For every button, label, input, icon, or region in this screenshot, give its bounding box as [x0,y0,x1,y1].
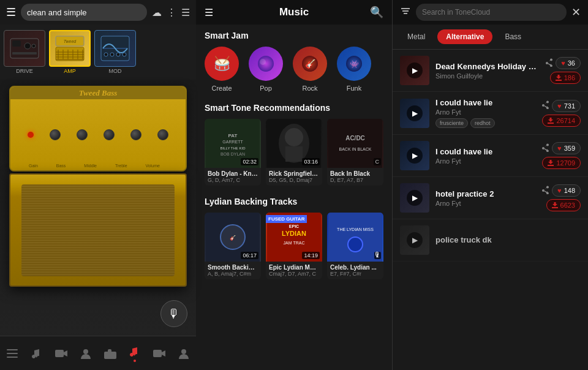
effect-item-amp[interactable]: Tweed AMP [48,30,92,74]
reco-card-rick[interactable]: 03:16 Rick Springfield - ... D5, G5, D, … [266,119,322,186]
like-button-could-have-lie-1[interactable]: ♥ 731 [552,100,581,112]
play-button-could-have-lie-2[interactable]: ▶ [407,148,423,164]
effect-item-drive[interactable]: DRIVE [2,30,47,74]
jam-label-funk: Funk [347,85,361,92]
nav-item-video2[interactable] [148,344,171,363]
right-search-input[interactable] [416,4,567,21]
nav-item-music-active[interactable] [123,342,146,364]
song-item-hotel-practice[interactable]: ▶ hotel practice 2 Arno Fyt ♥ 148 [393,177,588,219]
effect-thumb-amp: Tweed [49,30,91,67]
amp-knob-treble[interactable] [130,129,141,140]
reco-thumb-rick: 03:16 [266,119,322,168]
like-button-dead-kennedys[interactable]: ♥ 36 [556,57,581,69]
list-icon[interactable]: ☰ [181,7,190,18]
reco-info-rick: Rick Springfield - ... D5, G5, D, Dmaj7 [266,168,322,186]
filter-icon[interactable] [400,6,411,19]
like-count-dead-kennedys: 36 [568,59,575,67]
heart-icon-4: ♥ [557,187,562,194]
song-item-could-have-lie-1[interactable]: ▶ I could have lie Arno Fyt frusciente r… [393,92,588,135]
share-button-could-have-lie-2[interactable] [541,143,549,154]
jam-item-funk[interactable]: 👾 Funk [337,47,371,92]
heart-icon-2: ♥ [557,102,562,110]
like-button-could-have-lie-2[interactable]: ♥ 359 [552,142,581,154]
close-icon[interactable]: ✕ [571,6,581,19]
tag-redhot: redhot [470,118,495,128]
reco-card-bob-dylan[interactable]: PAT GARRETT BILLY THE KID BOB DYLAN 02:3… [205,119,261,186]
share-button-dead-kennedys[interactable] [545,58,553,69]
reco-info-acdc: Back In Black D, E7, A7, B7 [327,168,383,186]
reco-info-bob-dylan: Bob Dylan - Knoc... G, D, Am7, C [205,168,261,186]
effect-item-mod[interactable]: MOD [93,30,137,74]
download-button-could-have-lie-1[interactable]: 26714 [542,115,581,127]
reco-duration-bob-dylan: 02:32 [241,158,258,165]
song-item-police-truck[interactable]: ▶ police truck dk [393,219,588,262]
svg-point-22 [116,53,120,56]
song-thumb-police-truck: ▶ [400,225,429,255]
play-button-dead-kennedys[interactable]: ▶ [407,62,423,78]
middle-menu-icon[interactable]: ☰ [205,7,213,18]
left-search-bar[interactable]: clean and simple [21,4,147,21]
nav-item-briefcase[interactable] [99,344,122,363]
tag-frusciente: frusciente [435,118,468,128]
genre-tab-alternative[interactable]: Alternative [437,29,492,44]
svg-point-23 [123,53,126,56]
song-thumb-dead-kennedys: ▶ [400,56,429,85]
genre-tab-bass[interactable]: Bass [496,29,530,44]
song-actions-could-have-lie-2: ♥ 359 12709 [541,142,581,169]
like-button-hotel-practice[interactable]: ♥ 148 [552,184,581,197]
svg-text:BILLY THE KID: BILLY THE KID [220,146,246,150]
effect-label-amp: AMP [64,68,76,74]
song-item-could-have-lie-2[interactable]: ▶ I could have lie Arno Fyt ♥ 359 [393,135,588,177]
mic-button[interactable]: 🎙 [160,300,187,327]
amp-knob-volume[interactable] [157,129,168,140]
play-button-police-truck[interactable]: ▶ [407,232,423,248]
genre-tab-metal[interactable]: Metal [399,29,434,44]
nav-item-music[interactable] [25,344,48,363]
play-button-hotel-practice[interactable]: ▶ [407,190,423,206]
download-button-dead-kennedys[interactable]: 186 [550,72,581,84]
svg-rect-24 [7,349,18,350]
jam-circle-funk: 👾 [337,47,371,81]
share-button-could-have-lie-1[interactable] [541,100,549,111]
svg-point-29 [83,349,88,354]
jam-item-rock[interactable]: 🎸 Rock [293,47,327,92]
download-count-dead-kennedys: 186 [564,74,575,81]
amp-head: Tweed Bass Gain Bass Middle Treble Volum… [9,86,187,172]
backing-card-smooth[interactable]: 🎸 06:17 Smooth Backing... A, B, Amaj7, C… [205,213,261,279]
share-button-hotel-practice[interactable] [541,186,549,196]
amp-display: Tweed Bass Gain Bass Middle Treble Volum… [0,80,196,336]
download-button-could-have-lie-2[interactable]: 12709 [542,157,581,169]
reco-chords-rick: D5, G5, D, Dmaj7 [269,177,319,183]
amp-knob-bass[interactable] [77,129,88,140]
download-count-could-have-lie-2: 12709 [556,159,575,167]
jam-item-pop[interactable]: Pop [249,47,283,92]
backing-card-celeb[interactable]: THE LYDIAN MISS 1 🎙 Celeb. Lydian ... E7… [327,213,383,279]
jam-item-create[interactable]: 🥁 Create [205,47,239,92]
svg-rect-26 [7,357,18,358]
effect-thumb-mod [94,30,136,67]
left-panel: ☰ clean and simple ☁ ⋮ ☰ DRIVE [0,0,196,370]
song-tags-could-have-lie-1: frusciente redhot [435,118,535,128]
backing-duration-epic: 14:19 [302,252,320,259]
reco-card-acdc[interactable]: AC/DC BACK IN BLACK C Back In Black D, E… [327,119,383,186]
menu-icon[interactable]: ☰ [6,6,16,19]
knob-label-middle: Middle [84,164,97,168]
nav-item-person2[interactable] [172,344,195,363]
song-title-police-truck: police truck dk [435,235,581,244]
middle-search-icon[interactable]: 🔍 [370,6,383,19]
play-button-could-have-lie-1[interactable]: ▶ [407,105,423,121]
cloud-icon[interactable]: ☁ [152,7,162,18]
backing-card-epic[interactable]: FUSED GUITAR EPIC LYDIAN JAM TRAC 14:19 … [266,213,322,279]
nav-item-video[interactable] [50,344,73,363]
jam-label-pop: Pop [260,85,272,92]
backing-duration-smooth: 06:17 [241,252,258,259]
song-item-dead-kennedys[interactable]: ▶ Dead Kennedys Holiday in Ca... Simon G… [393,50,588,92]
svg-text:EPIC: EPIC [289,224,299,228]
amp-knob-middle[interactable] [104,129,115,140]
amp-knob-gain[interactable] [50,129,61,140]
effect-thumb-drive [4,30,45,67]
more-icon[interactable]: ⋮ [167,7,176,18]
nav-item-person[interactable] [74,344,97,363]
nav-item-settings[interactable] [1,344,24,363]
download-button-hotel-practice[interactable]: 6623 [546,199,581,211]
